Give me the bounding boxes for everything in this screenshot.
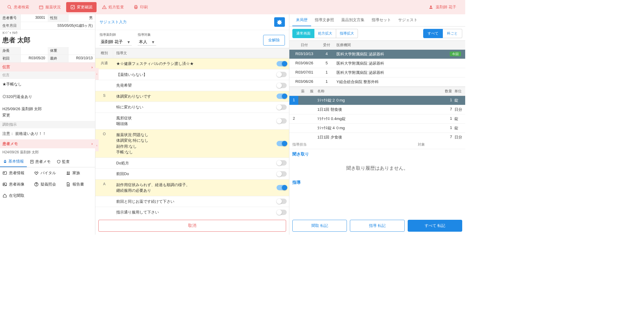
suggest-row[interactable]: 先発希望 bbox=[95, 80, 289, 91]
suggest-toggle[interactable] bbox=[277, 141, 287, 146]
tab-drug-phrases[interactable]: 薬品別文言集 bbox=[338, 14, 368, 26]
message-sub: 伝言 bbox=[0, 71, 95, 79]
btn-guide-copy[interactable]: 指導 転記 bbox=[350, 220, 404, 232]
tab-guidance-sets[interactable]: 指導セット bbox=[368, 14, 395, 26]
suggest-type: A bbox=[95, 180, 113, 189]
subtab-rx-expand[interactable]: 処方拡大 bbox=[314, 29, 336, 38]
suggest-row[interactable]: A 副作用症状みられず、経過も順調の様子。継続服用の必要あり bbox=[95, 180, 289, 196]
suggest-toggle[interactable] bbox=[277, 185, 287, 190]
patient-id-label: 患者番号 bbox=[0, 14, 21, 22]
btn-all-copy[interactable]: すべて 転記 bbox=[408, 220, 462, 232]
nav-change-confirm[interactable]: 変更確認 bbox=[66, 2, 97, 12]
suggest-toggle[interactable] bbox=[277, 199, 287, 204]
tab-visit-history[interactable]: 来局歴 bbox=[292, 14, 311, 26]
pharmacist-label: 指導薬剤師 bbox=[100, 32, 132, 37]
btn-interview-copy[interactable]: 聞取 転記 bbox=[292, 220, 347, 232]
suggest-toggle[interactable] bbox=[277, 210, 287, 215]
cancel-button[interactable]: 取消 bbox=[98, 220, 286, 232]
svg-point-18 bbox=[67, 172, 68, 173]
btn-inquiry[interactable]: 疑義照会 bbox=[32, 179, 63, 190]
suggest-toggle[interactable] bbox=[277, 72, 287, 77]
drug-col-t: 服 bbox=[307, 87, 316, 96]
suggest-toggle[interactable] bbox=[277, 94, 287, 99]
suggest-row[interactable]: 前回Do bbox=[95, 169, 289, 180]
collapse-left-handle[interactable]: ‹ bbox=[95, 68, 99, 80]
right-tabs: 来局歴 指導文参照 薬品別文言集 指導セット サジェスト bbox=[289, 14, 465, 27]
col-text-header: 指導文 bbox=[113, 48, 289, 58]
nav-print[interactable]: 印刷 bbox=[129, 2, 152, 12]
drug-row[interactable]: 1日1回 朝食後 7 日分 bbox=[289, 105, 465, 114]
chevron-right-icon[interactable]: › bbox=[91, 65, 93, 69]
visit-row[interactable]: R03/08/26 5 医科大学附属病院 泌尿器科 bbox=[289, 59, 465, 68]
btn-report[interactable]: 報告書 bbox=[63, 179, 95, 190]
tab-patient-memo[interactable]: 患者メモ bbox=[27, 156, 54, 167]
tab-guidance-ref[interactable]: 指導文参照 bbox=[311, 14, 338, 26]
chevron-right-icon[interactable]: › bbox=[91, 141, 93, 146]
visit-col-recept: 受付 bbox=[319, 41, 334, 49]
suggest-row[interactable]: Do処方 bbox=[95, 158, 289, 169]
suggest-row[interactable]: O 服薬状況:問題なし体調変化:特になし副作用:なし手帳:なし bbox=[95, 130, 289, 158]
btn-patient-image[interactable]: 患者画像 bbox=[0, 179, 32, 190]
visit-table: 日付 受付 医療機関 R03/10/13 4 医科大学附属病院 泌尿器科 今回R… bbox=[289, 40, 465, 87]
user-info[interactable]: 薬剤師 花子 bbox=[429, 4, 462, 10]
suggest-row[interactable]: 【薬情いらない】 bbox=[95, 69, 289, 80]
drug-row[interactable]: 1 ﾗｼｯｸｽ錠２０mg 1 錠 bbox=[289, 96, 465, 105]
clear-all-button[interactable]: 全解除 bbox=[263, 35, 285, 46]
tab-suggest[interactable]: サジェスト bbox=[395, 14, 421, 26]
btn-patient-info[interactable]: 患者情報 bbox=[0, 167, 32, 179]
drug-name: 1日1回 朝食後 bbox=[316, 105, 438, 114]
filter-all[interactable]: すべて bbox=[423, 29, 443, 38]
suggest-type bbox=[95, 196, 113, 201]
view-mode-tabs: 通常画面 処方拡大 指導拡大 bbox=[292, 29, 358, 38]
nav-medication-status[interactable]: 服薬状況 bbox=[35, 2, 65, 12]
collapse-left-handle-2[interactable]: ‹ bbox=[95, 139, 99, 151]
nav-label: 処方監査 bbox=[108, 4, 124, 10]
visit-row[interactable]: R03/10/13 4 医科大学附属病院 泌尿器科 今回 bbox=[289, 50, 465, 59]
left-panel: 患者番号30001 性別男 生年月日S55/05/05(41歳5ヶ月) ｶﾝｼﾞ… bbox=[0, 14, 95, 235]
suggest-toggle[interactable] bbox=[277, 83, 287, 88]
nav-label: 変更確認 bbox=[77, 4, 92, 10]
suggest-type: S bbox=[95, 91, 113, 100]
visit-row[interactable]: R03/06/26 1 Y組合総合病院 整形外科 bbox=[289, 77, 465, 87]
drug-row[interactable]: 1日1回 夕食後 7 日分 bbox=[289, 133, 465, 140]
suggest-row[interactable]: S 体調変わりないです bbox=[95, 91, 289, 102]
subtab-guide-expand[interactable]: 指導拡大 bbox=[336, 29, 358, 38]
btn-vital[interactable]: バイタル bbox=[32, 167, 63, 179]
top-nav: 患者検索 服薬状況 変更確認 処方監査 印刷 bbox=[3, 2, 152, 12]
settings-button[interactable] bbox=[274, 17, 285, 27]
filter-by-dept[interactable]: 科ごと bbox=[443, 29, 462, 38]
home-icon bbox=[2, 193, 7, 198]
pharmacist-select[interactable]: 薬剤師 花子 bbox=[100, 38, 132, 46]
suggest-row[interactable]: 風邪症状咽頭痛 bbox=[95, 113, 289, 130]
drug-row[interactable]: 2 ｿﾗﾅｯｸｽ 0.4mg錠 1 錠 bbox=[289, 114, 465, 124]
memo-header: 患者メモ› bbox=[0, 139, 95, 148]
suggest-toggle[interactable] bbox=[277, 171, 287, 177]
drug-unit: 錠 bbox=[453, 114, 465, 123]
dept-filter: すべて 科ごと bbox=[423, 29, 462, 38]
drug-row[interactable]: ﾗｼｯｸｽ錠４０mg 1 錠 bbox=[289, 124, 465, 133]
suggest-row[interactable]: 指示通り服用して下さい bbox=[95, 207, 289, 217]
target-select[interactable]: 本人 bbox=[138, 38, 156, 46]
btn-home-interview[interactable]: 在宅聞取 bbox=[0, 190, 32, 201]
drug-no bbox=[289, 105, 298, 114]
family-icon bbox=[66, 171, 71, 175]
tab-audit[interactable]: 監査 bbox=[54, 156, 73, 167]
nav-patient-search[interactable]: 患者検索 bbox=[3, 2, 33, 12]
drug-unit: 日分 bbox=[453, 105, 465, 114]
dispensing-instruction-body: 注意： 規格違いあり！！ bbox=[0, 128, 95, 139]
suggest-row[interactable]: 前回と同じお薬です続けて下さい bbox=[95, 196, 289, 207]
subtab-normal[interactable]: 通常画面 bbox=[292, 29, 314, 38]
suggest-toggle[interactable] bbox=[277, 61, 287, 66]
suggest-row[interactable]: 特に変わりない bbox=[95, 102, 289, 113]
btn-family[interactable]: 家族 bbox=[63, 167, 95, 179]
drug-no bbox=[289, 124, 298, 133]
suggest-toggle[interactable] bbox=[277, 105, 287, 110]
suggest-row[interactable]: 共通 ★☆健康フェスティバルのチラシ渡し済☆★ bbox=[95, 58, 289, 69]
suggest-toggle[interactable] bbox=[277, 160, 287, 166]
visit-row[interactable]: R03/07/01 1 医科大学附属病院 泌尿器科 bbox=[289, 68, 465, 77]
last-visit-value: R03/10/13 bbox=[69, 55, 95, 62]
visit-recept: 4 bbox=[319, 50, 334, 59]
tab-basic-info[interactable]: 基本情報 bbox=[0, 156, 27, 167]
nav-rx-audit[interactable]: 処方監査 bbox=[98, 2, 128, 12]
suggest-toggle[interactable] bbox=[277, 118, 287, 124]
